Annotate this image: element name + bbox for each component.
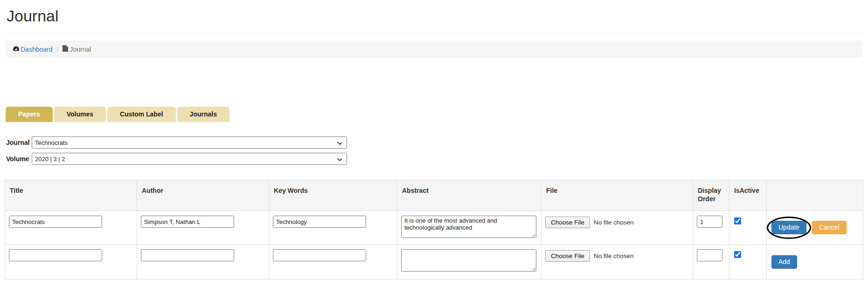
title-divider — [6, 33, 862, 34]
file-status-text: No file chosen — [594, 219, 634, 226]
breadcrumb-dashboard-link[interactable]: Dashboard — [13, 45, 53, 54]
title-input[interactable] — [9, 249, 102, 261]
chevron-down-icon — [337, 140, 342, 145]
row-actions: Add — [771, 255, 859, 269]
choose-file-button[interactable]: Choose File — [545, 217, 590, 228]
journal-filter-row: Journal Technocrats — [6, 136, 868, 149]
tab-volumes[interactable]: Volumes — [54, 107, 106, 122]
update-button[interactable]: Update — [771, 221, 806, 234]
chevron-down-icon — [337, 156, 342, 161]
add-button[interactable]: Add — [771, 255, 797, 269]
journal-admin-page: Journal Dashboard / Journal Papers Volum… — [0, 0, 868, 306]
breadcrumb-current-label: Journal — [69, 46, 91, 53]
cancel-button[interactable]: Cancel — [812, 221, 847, 234]
breadcrumb-separator: / — [56, 46, 60, 53]
header-isactive: IsActive — [729, 180, 767, 211]
volume-filter-row: Volume 2020 | 3 | 2 — [6, 153, 868, 165]
journal-select-label: Journal — [6, 139, 32, 146]
table-header-row: Title Author Key Words Abstract File Dis… — [5, 180, 863, 211]
row-actions: Update Cancel — [771, 221, 859, 234]
volume-select-value: 2020 | 3 | 2 — [35, 156, 65, 163]
header-display-order: Display Order — [693, 180, 729, 211]
abstract-textarea[interactable] — [401, 249, 536, 272]
breadcrumb-dashboard-label: Dashboard — [21, 46, 53, 53]
display-order-input[interactable] — [697, 249, 722, 261]
keywords-input[interactable] — [273, 216, 366, 228]
dashboard-icon — [13, 45, 20, 54]
file-upload: Choose File No file chosen — [545, 216, 689, 228]
file-icon — [62, 45, 68, 53]
tab-journals[interactable]: Journals — [177, 107, 229, 122]
isactive-checkbox[interactable] — [734, 251, 741, 258]
filter-section: Journal Technocrats Volume 2020 | 3 | 2 — [6, 136, 868, 165]
breadcrumb-current: Journal — [62, 45, 91, 53]
isactive-checkbox[interactable] — [734, 218, 741, 224]
file-status-text: No file chosen — [594, 252, 634, 259]
tab-papers[interactable]: Papers — [6, 107, 53, 122]
header-file: File — [542, 180, 693, 211]
header-abstract: Abstract — [397, 180, 542, 211]
table-row-new-paper: Choose File No file chosen Add — [5, 245, 863, 279]
table-row-existing-paper: It is one of the most advanced and techn… — [5, 211, 863, 245]
journal-select-value: Technocrats — [35, 139, 68, 146]
abstract-textarea[interactable]: It is one of the most advanced and techn… — [401, 216, 536, 238]
file-upload: Choose File No file chosen — [545, 249, 689, 262]
choose-file-button[interactable]: Choose File — [545, 250, 590, 262]
display-order-input[interactable] — [697, 216, 722, 228]
keywords-input[interactable] — [273, 249, 366, 261]
journal-select[interactable]: Technocrats — [32, 136, 347, 149]
tab-custom-label[interactable]: Custom Label — [107, 107, 176, 122]
author-input[interactable] — [141, 216, 234, 228]
author-input[interactable] — [141, 249, 234, 261]
volume-select[interactable]: 2020 | 3 | 2 — [32, 153, 347, 165]
papers-table: Title Author Key Words Abstract File Dis… — [5, 180, 863, 279]
breadcrumb: Dashboard / Journal — [6, 41, 862, 58]
header-author: Author — [137, 180, 269, 211]
header-title: Title — [5, 180, 137, 211]
title-input[interactable] — [9, 216, 102, 228]
volume-select-label: Volume — [6, 155, 32, 163]
page-title: Journal — [0, 0, 868, 25]
header-actions — [767, 180, 863, 211]
header-keywords: Key Words — [269, 180, 397, 211]
tab-bar: Papers Volumes Custom Label Journals — [6, 107, 868, 122]
